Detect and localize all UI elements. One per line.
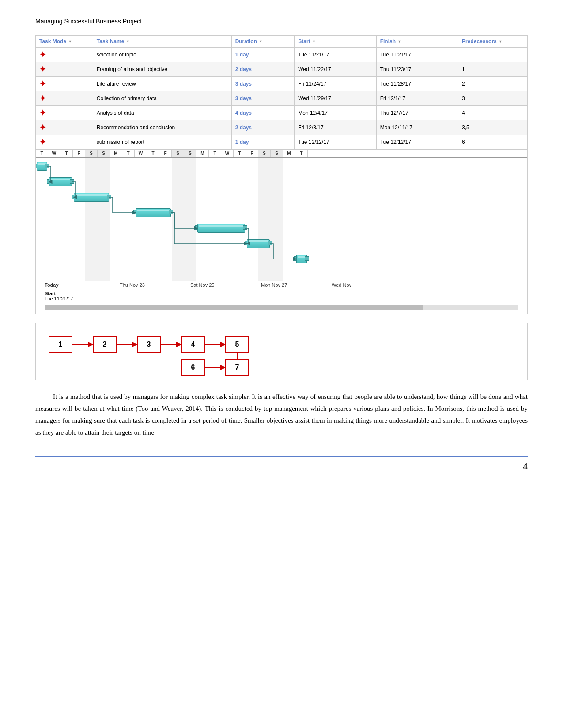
task-icon: ✦ [39, 109, 46, 117]
day-cell: T [60, 150, 73, 157]
task-mode-cell: ✦ [36, 48, 93, 62]
bar-right-connector [70, 179, 74, 184]
day-cell: W [48, 150, 60, 157]
gantt-bar-wrap [247, 239, 270, 248]
timeline-bar: TodayThu Nov 23Sat Nov 25Mon Nov 27Wed N… [36, 281, 527, 291]
table-row: ✦ selection of topic 1 day Tue 11/21/17 … [36, 48, 528, 62]
weekend-shade [258, 158, 271, 281]
chart-body [36, 158, 527, 281]
task-start-cell: Mon 12/4/17 [295, 106, 376, 120]
th-predecessors[interactable]: Predecessors▼ [458, 36, 528, 48]
gantt-bar [49, 177, 72, 186]
task-pred-cell: 6 [458, 135, 528, 150]
day-cell: F [246, 150, 258, 157]
task-start-cell: Fri 12/8/17 [295, 120, 376, 135]
day-cell: T [122, 150, 135, 157]
gantt-bar-wrap [74, 193, 109, 202]
chart-scrollbar[interactable] [45, 305, 518, 310]
scrollbar-thumb [45, 305, 423, 310]
task-finish-cell: Thu 12/7/17 [376, 106, 458, 120]
day-cell: M [110, 150, 122, 157]
task-pred-cell: 3,5 [458, 120, 528, 135]
task-finish-cell: Tue 12/12/17 [376, 135, 458, 150]
task-duration-cell: 2 days [231, 62, 295, 77]
th-finish[interactable]: Finish▼ [376, 36, 458, 48]
task-name-cell: Framing of aims and objective [93, 62, 231, 77]
svg-text:1: 1 [59, 341, 63, 348]
task-name-cell: Analysis of data [93, 106, 231, 120]
task-name-cell: Literature review [93, 77, 231, 91]
bottom-rule [35, 456, 528, 457]
day-cell: S [85, 150, 98, 157]
th-name[interactable]: Task Name▼ [93, 36, 231, 48]
table-row: ✦ Framing of aims and objective 2 days W… [36, 62, 528, 77]
day-cell: F [73, 150, 85, 157]
task-finish-cell: Tue 11/21/17 [376, 48, 458, 62]
bar-right-connector [268, 241, 272, 245]
svg-text:4: 4 [191, 341, 195, 348]
task-pred-cell: 4 [458, 106, 528, 120]
task-pred-cell [458, 48, 528, 62]
day-cell: T [36, 150, 48, 157]
weekend-shade [98, 158, 110, 281]
day-cell: W [221, 150, 234, 157]
weekend-shade [172, 158, 184, 281]
bar-right-connector [45, 164, 49, 168]
page-number: 4 [35, 461, 528, 472]
task-start-cell: Tue 11/21/17 [295, 48, 376, 62]
svg-text:2: 2 [103, 341, 107, 348]
gantt-table: Task Mode▼ Task Name▼ Duration▼ Start▼ F… [35, 35, 528, 150]
day-cell: T [295, 150, 308, 157]
day-cell: S [98, 150, 110, 157]
day-cell: T [234, 150, 246, 157]
task-name-cell: Collection of primary data [93, 91, 231, 106]
connector-svg [36, 158, 308, 281]
table-row: ✦ Recommendation and conclusion 2 days F… [36, 120, 528, 135]
day-cell: S [172, 150, 184, 157]
svg-text:5: 5 [235, 341, 239, 348]
task-duration-cell: 3 days [231, 91, 295, 106]
day-cell: M [196, 150, 209, 157]
task-finish-cell: Tue 11/28/17 [376, 77, 458, 91]
svg-text:7: 7 [235, 364, 239, 371]
th-mode[interactable]: Task Mode▼ [36, 36, 93, 48]
table-row: ✦ submission of report 1 day Tue 12/12/1… [36, 135, 528, 150]
task-mode-cell: ✦ [36, 120, 93, 135]
task-finish-cell: Fri 12/1/17 [376, 91, 458, 106]
task-mode-cell: ✦ [36, 77, 93, 91]
table-row: ✦ Analysis of data 4 days Mon 12/4/17 Th… [36, 106, 528, 120]
task-icon: ✦ [39, 138, 46, 146]
task-finish-cell: Mon 12/11/17 [376, 120, 458, 135]
gantt-bar [197, 224, 245, 233]
th-start[interactable]: Start▼ [295, 36, 376, 48]
gantt-bar-wrap [37, 162, 47, 171]
bar-right-connector [243, 225, 247, 230]
weekend-shade [184, 158, 196, 281]
timeline-label: Wed Nov [332, 282, 351, 288]
task-icon: ✦ [39, 79, 46, 88]
task-name-cell: Recommendation and conclusion [93, 120, 231, 135]
task-finish-cell: Thu 11/23/17 [376, 62, 458, 77]
task-icon: ✦ [39, 123, 46, 132]
gantt-bar-wrap [136, 208, 171, 217]
task-name-cell: submission of report [93, 135, 231, 150]
gantt-bar-wrap [296, 255, 307, 263]
day-cell: T [147, 150, 159, 157]
th-duration[interactable]: Duration▼ [231, 36, 295, 48]
task-start-cell: Tue 12/12/17 [295, 135, 376, 150]
gantt-bar [136, 208, 171, 217]
task-name-cell: selection of topic [93, 48, 231, 62]
timeline-label: Sat Nov 25 [190, 282, 214, 288]
table-row: ✦ Collection of primary data 3 days Wed … [36, 91, 528, 106]
task-duration-cell: 3 days [231, 77, 295, 91]
task-pred-cell: 2 [458, 77, 528, 91]
task-duration-cell: 1 day [231, 48, 295, 62]
task-pred-cell: 1 [458, 62, 528, 77]
gantt-bar-wrap [197, 224, 245, 233]
task-start-cell: Wed 11/22/17 [295, 62, 376, 77]
gantt-bar [74, 193, 109, 202]
weekend-shade [271, 158, 283, 281]
timeline-label: Today [45, 282, 59, 288]
start-label: Start Tue 11/21/17 [45, 291, 527, 301]
page-title: Managing Successful Business Project [35, 18, 528, 25]
